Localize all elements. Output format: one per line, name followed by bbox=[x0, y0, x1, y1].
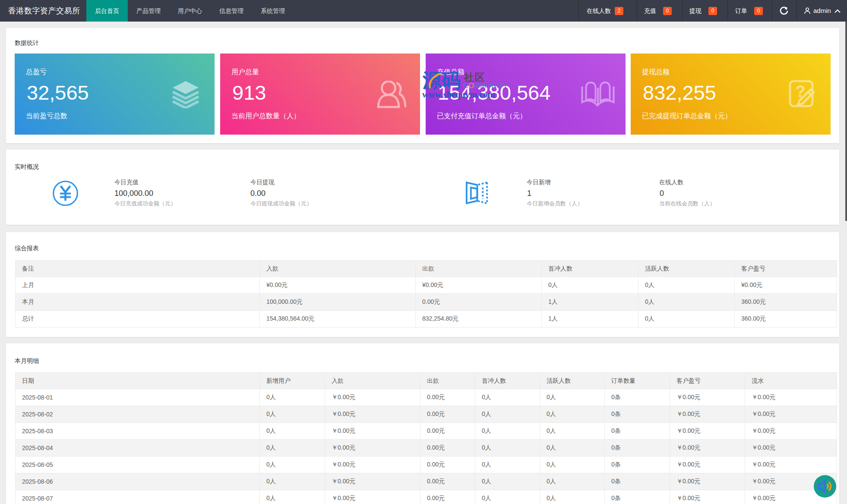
svg-text:?: ? bbox=[795, 82, 805, 101]
